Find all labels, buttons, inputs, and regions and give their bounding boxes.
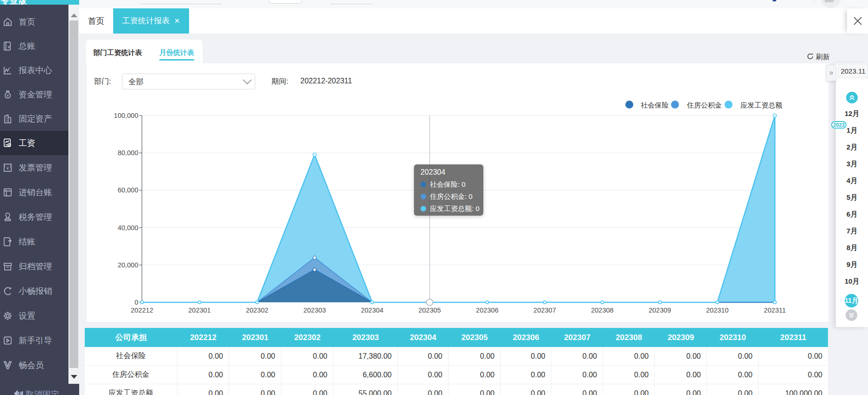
svg-text:¥: ¥ bbox=[7, 45, 10, 49]
svg-text:¥: ¥ bbox=[6, 93, 9, 98]
svg-text:¥: ¥ bbox=[6, 166, 9, 170]
